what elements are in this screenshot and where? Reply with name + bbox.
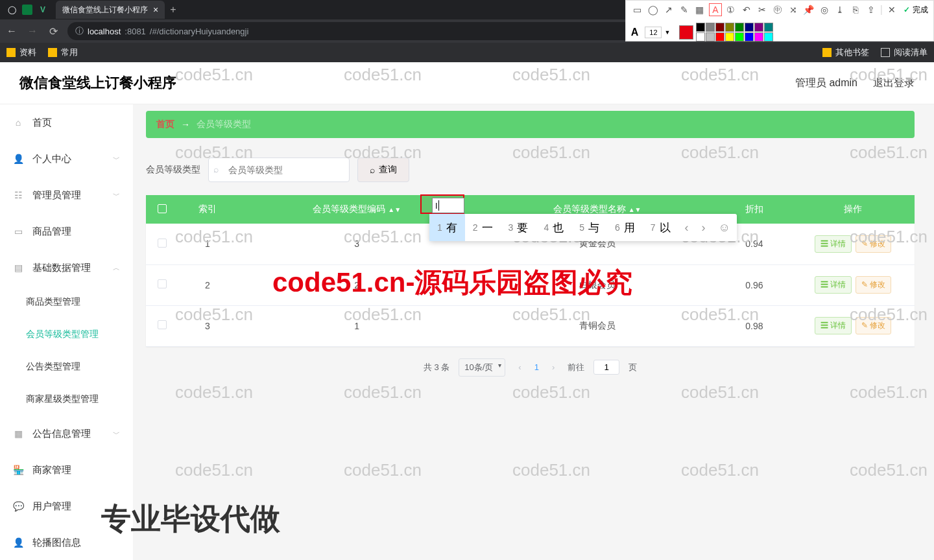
page-total: 共 3 条 xyxy=(424,362,449,373)
ime-candidate[interactable]: 1有 xyxy=(429,214,465,241)
browser-tab[interactable]: 微信食堂线上订餐小程序 × xyxy=(56,1,165,19)
pen-tool-icon[interactable]: ✎ xyxy=(678,3,691,16)
color-swatch[interactable] xyxy=(745,32,754,41)
menu-product-mgmt[interactable]: ▭商品管理 xyxy=(0,213,133,250)
detail-button[interactable]: ☰ 详情 xyxy=(815,317,852,334)
search-button[interactable]: ⌕查询 xyxy=(357,158,409,182)
ime-next-icon[interactable]: › xyxy=(695,221,712,235)
selected-color[interactable] xyxy=(679,25,693,40)
color-swatch[interactable] xyxy=(725,23,734,32)
text-tool-icon[interactable]: A xyxy=(709,3,722,16)
merchant-icon: 🏪 xyxy=(13,465,23,475)
ime-candidate[interactable]: 3要 xyxy=(501,214,536,241)
color-swatch[interactable] xyxy=(696,23,705,32)
chevron-down-icon: ﹀ xyxy=(113,429,120,439)
page-number[interactable]: 1 xyxy=(534,362,539,372)
edit-button[interactable]: ✎ 修改 xyxy=(856,317,891,334)
color-swatch[interactable] xyxy=(715,32,724,41)
ime-candidate[interactable]: 6用 xyxy=(607,214,643,241)
color-swatch[interactable] xyxy=(696,32,705,41)
arrow-tool-icon[interactable]: ↗ xyxy=(662,3,675,16)
menu-carousel[interactable]: 👤轮播图信息 xyxy=(0,524,133,560)
reload-button[interactable]: ⟳ xyxy=(47,25,60,38)
rect-tool-icon[interactable]: ▭ xyxy=(631,3,644,16)
detail-button[interactable]: ☰ 详情 xyxy=(815,276,852,294)
bookmark-2[interactable]: 常用 xyxy=(48,47,78,58)
color-swatch[interactable] xyxy=(715,23,724,32)
row-checkbox[interactable] xyxy=(158,320,167,329)
color-swatch[interactable] xyxy=(764,32,773,41)
row-checkbox[interactable] xyxy=(158,279,167,288)
font-size-input[interactable] xyxy=(645,27,662,38)
color-palette[interactable] xyxy=(696,23,773,41)
shuffle-icon[interactable]: ⤨ xyxy=(787,3,800,16)
tab-close-icon[interactable]: × xyxy=(153,5,158,15)
submenu-member-level[interactable]: 会员等级类型管理 xyxy=(0,318,133,351)
color-swatch[interactable] xyxy=(735,32,744,41)
page-size-select[interactable]: 10条/页 xyxy=(459,358,505,377)
breadcrumb-home[interactable]: 首页 xyxy=(156,119,174,130)
pin-icon[interactable]: 📌 xyxy=(802,3,815,16)
mosaic-tool-icon[interactable]: ▦ xyxy=(693,3,706,16)
menu-base-data[interactable]: ▤基础数据管理︿ xyxy=(0,250,133,286)
menu-home[interactable]: ⌂首页 xyxy=(0,104,133,141)
edit-button[interactable]: ✎ 修改 xyxy=(856,235,891,253)
color-swatch[interactable] xyxy=(764,23,773,32)
download-icon[interactable]: ⤓ xyxy=(833,3,846,16)
admin-label[interactable]: 管理员 admin xyxy=(795,76,857,90)
translate-icon[interactable]: ㊥ xyxy=(771,3,784,16)
filter-input[interactable] xyxy=(208,158,350,182)
circle-tool-icon[interactable]: ◯ xyxy=(647,3,660,16)
menu-personal[interactable]: 👤个人中心﹀ xyxy=(0,141,133,177)
submenu-notice-type[interactable]: 公告类型管理 xyxy=(0,351,133,383)
goto-input[interactable] xyxy=(593,360,619,375)
other-bookmarks[interactable]: 其他书签 xyxy=(822,47,869,58)
next-page-button[interactable]: › xyxy=(548,362,558,372)
ime-candidate[interactable]: 7以 xyxy=(643,214,678,241)
undo-icon[interactable]: ↶ xyxy=(740,3,753,16)
new-tab-button[interactable]: + xyxy=(170,4,176,16)
ime-candidate-bar[interactable]: 1有2一3要4也5与6用7以‹›☺ xyxy=(429,214,737,241)
close-snip-icon[interactable]: ✕ xyxy=(885,3,898,16)
share-icon[interactable]: ⇪ xyxy=(865,3,878,16)
info-icon[interactable]: ⓘ xyxy=(75,25,84,37)
breadcrumb-current: 会员等级类型 xyxy=(197,119,251,130)
reading-list[interactable]: 阅读清单 xyxy=(881,47,928,58)
ime-prev-icon[interactable]: ‹ xyxy=(678,221,695,235)
main-content: 首页 → 会员等级类型 会员等级类型 ⌕ ⌕查询 索引 会员等级类型编码 ▲▼ … xyxy=(133,104,934,560)
edit-button[interactable]: ✎ 修改 xyxy=(856,276,891,294)
submenu-product-type[interactable]: 商品类型管理 xyxy=(0,286,133,318)
color-swatch[interactable] xyxy=(706,32,715,41)
logout-link[interactable]: 退出登录 xyxy=(873,76,915,90)
select-all-checkbox[interactable] xyxy=(158,204,167,213)
color-swatch[interactable] xyxy=(754,23,763,32)
ime-candidate[interactable]: 4也 xyxy=(536,214,571,241)
color-swatch[interactable] xyxy=(706,23,715,32)
menu-admin-mgmt[interactable]: ☷管理员管理﹀ xyxy=(0,177,133,213)
menu-notice-info[interactable]: ▦公告信息管理﹀ xyxy=(0,415,133,452)
dropdown-icon[interactable]: ▼ xyxy=(664,29,670,36)
copy-icon[interactable]: ⎘ xyxy=(849,3,862,16)
submenu-merchant-star[interactable]: 商家星级类型管理 xyxy=(0,383,133,415)
sort-icon[interactable]: ▲▼ xyxy=(629,206,641,213)
number-tool-icon[interactable]: ① xyxy=(724,3,737,16)
menu-user-mgmt[interactable]: 💬用户管理 xyxy=(0,488,133,524)
color-swatch[interactable] xyxy=(745,23,754,32)
ime-candidate[interactable]: 2一 xyxy=(465,214,501,241)
screenshot-toolbar: ▭ ◯ ↗ ✎ ▦ A ① ↶ ✂ ㊥ ⤨ 📌 ◎ ⤓ ⎘ ⇪ | ✕ ✓完成 … xyxy=(625,0,934,41)
color-swatch[interactable] xyxy=(725,32,734,41)
prev-page-button[interactable]: ‹ xyxy=(514,362,525,372)
ime-emoji-icon[interactable]: ☺ xyxy=(712,221,737,235)
detail-button[interactable]: ☰ 详情 xyxy=(815,235,852,253)
color-swatch[interactable] xyxy=(735,23,744,32)
bookmark-1[interactable]: 资料 xyxy=(6,47,36,58)
cut-icon[interactable]: ✂ xyxy=(756,3,769,16)
sort-icon[interactable]: ▲▼ xyxy=(388,206,401,213)
row-checkbox[interactable] xyxy=(158,239,167,248)
back-button[interactable]: ← xyxy=(5,25,18,37)
menu-merchant-mgmt[interactable]: 🏪商家管理 xyxy=(0,452,133,488)
color-swatch[interactable] xyxy=(754,32,763,41)
snip-done-button[interactable]: ✓完成 xyxy=(904,5,928,16)
ime-candidate[interactable]: 5与 xyxy=(571,214,607,241)
target-icon[interactable]: ◎ xyxy=(818,3,831,16)
